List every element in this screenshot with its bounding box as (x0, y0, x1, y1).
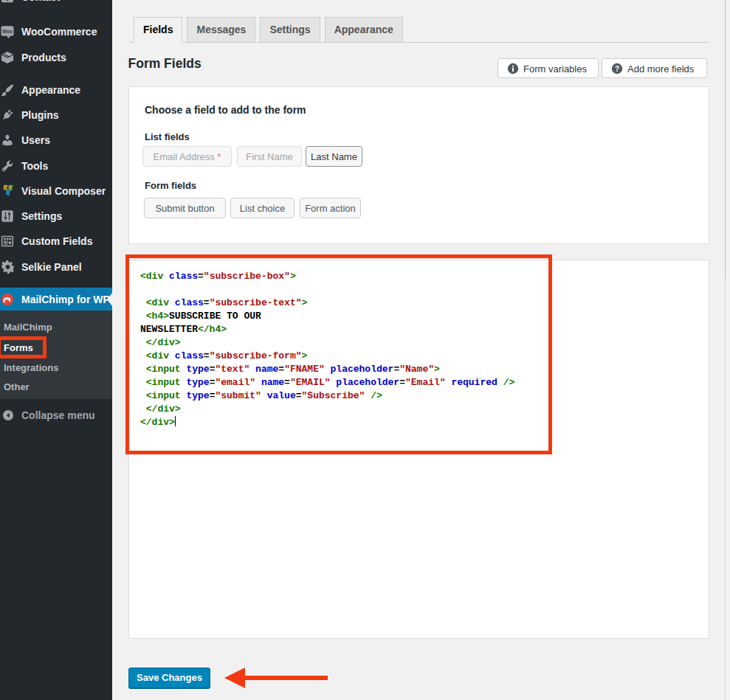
svg-text:Woo: Woo (2, 29, 13, 34)
svg-text:?: ? (615, 65, 619, 73)
